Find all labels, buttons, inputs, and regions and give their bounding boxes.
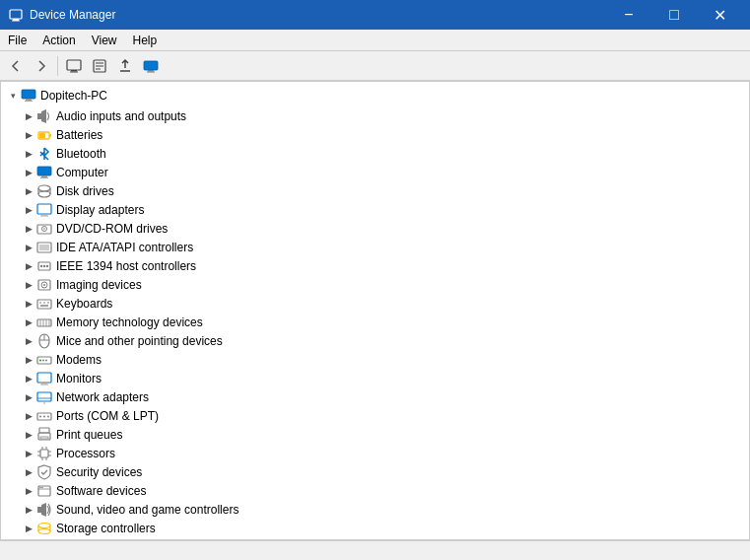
expand-arrow-4[interactable]: ▶	[21, 181, 36, 200]
tree-item[interactable]: ▶ DVD/CD-ROM drives	[1, 219, 749, 238]
minimize-button[interactable]: −	[606, 0, 651, 30]
svg-rect-71	[39, 428, 49, 433]
forward-button[interactable]	[30, 54, 53, 78]
tree-item[interactable]: ▶ Storage controllers	[1, 519, 749, 537]
svg-rect-30	[40, 215, 48, 216]
tree-item[interactable]: ▶ Memory technology devices	[1, 313, 749, 331]
menu-file[interactable]: File	[0, 30, 34, 50]
toolbar	[0, 51, 750, 81]
expand-arrow-19[interactable]: ▶	[21, 462, 36, 481]
window-title: Device Manager	[30, 8, 606, 22]
memory-icon	[36, 315, 52, 330]
app-icon	[8, 7, 24, 23]
expand-arrow-2[interactable]: ▶	[21, 144, 36, 163]
menu-bar: File Action View Help	[0, 30, 750, 51]
expand-arrow-3[interactable]: ▶	[21, 163, 36, 181]
expand-arrow-8[interactable]: ▶	[21, 256, 36, 275]
update-driver-button[interactable]	[113, 54, 137, 78]
device-manager-button[interactable]	[62, 54, 86, 78]
expand-arrow-13[interactable]: ▶	[21, 350, 36, 369]
monitor-icon	[36, 371, 52, 386]
item-label-7: IDE ATA/ATAPI controllers	[56, 241, 193, 254]
expand-arrow-7[interactable]: ▶	[21, 238, 36, 256]
tree-item[interactable]: ▶ Sound, video and game controllers	[1, 500, 749, 519]
tree-item[interactable]: ▶ Bluetooth	[1, 144, 749, 163]
tree-item[interactable]: ▶ Monitors	[1, 369, 749, 387]
ieee-icon	[36, 258, 52, 274]
expand-arrow-20[interactable]: ▶	[21, 481, 36, 500]
expand-arrow-17[interactable]: ▶	[21, 425, 36, 444]
item-label-19: Security devices	[56, 465, 142, 479]
tree-item[interactable]: ▶ Display adapters	[1, 200, 749, 219]
tree-item[interactable]: ▶ Mice and other pointing devices	[1, 331, 749, 350]
svg-point-59	[42, 359, 44, 361]
ports-icon	[36, 408, 52, 424]
tree-item[interactable]: ▶ Keyboards	[1, 294, 749, 313]
item-label-12: Mice and other pointing devices	[56, 334, 223, 348]
svg-rect-73	[40, 437, 48, 439]
expand-arrow-1[interactable]: ▶	[21, 125, 36, 144]
tree-view-container[interactable]: ▾ Dopitech-PC ▶ Audio inputs and outputs…	[0, 81, 750, 540]
item-label-5: Display adapters	[56, 203, 144, 217]
expand-arrow-5[interactable]: ▶	[21, 200, 36, 219]
expand-arrow-15[interactable]: ▶	[21, 387, 36, 406]
expand-arrow-22[interactable]: ▶	[21, 519, 36, 537]
menu-view[interactable]: View	[84, 30, 125, 50]
svg-rect-22	[41, 175, 47, 177]
menu-action[interactable]: Action	[34, 30, 83, 50]
computer-button[interactable]	[139, 54, 163, 78]
item-label-22: Storage controllers	[56, 522, 156, 535]
window-controls: − □ ✕	[606, 0, 742, 30]
svg-rect-14	[22, 90, 35, 99]
expand-arrow-18[interactable]: ▶	[21, 444, 36, 462]
computer-icon	[36, 165, 52, 180]
svg-rect-5	[70, 71, 78, 72]
expand-arrow-11[interactable]: ▶	[21, 313, 36, 331]
svg-rect-0	[10, 10, 22, 19]
expand-arrow-9[interactable]: ▶	[21, 275, 36, 294]
svg-point-86	[41, 486, 43, 488]
tree-item[interactable]: ▶ IDE ATA/ATAPI controllers	[1, 238, 749, 256]
expand-arrow-12[interactable]: ▶	[21, 331, 36, 350]
tree-item[interactable]: ▶ Computer	[1, 163, 749, 181]
item-label-14: Monitors	[56, 372, 102, 385]
tree-items: ▶ Audio inputs and outputs ▶ Batteries ▶…	[1, 106, 749, 540]
expand-arrow-21[interactable]: ▶	[21, 500, 36, 519]
svg-point-44	[43, 284, 45, 286]
tree-item[interactable]: ▶ Print queues	[1, 425, 749, 444]
tree-item[interactable]: ▶ Modems	[1, 350, 749, 369]
menu-help[interactable]: Help	[125, 30, 166, 50]
maximize-button[interactable]: □	[651, 0, 697, 30]
expand-arrow-6[interactable]: ▶	[21, 219, 36, 238]
close-button[interactable]: ✕	[697, 0, 742, 30]
security-icon	[36, 464, 52, 480]
root-expand-arrow[interactable]: ▾	[5, 86, 21, 105]
svg-point-69	[43, 415, 45, 417]
tree-item[interactable]: ▶ Ports (COM & LPT)	[1, 406, 749, 425]
modem-icon	[36, 352, 52, 368]
svg-rect-63	[40, 384, 48, 385]
tree-item[interactable]: ▶ Network adapters	[1, 387, 749, 406]
properties-button[interactable]	[88, 54, 111, 78]
expand-arrow-0[interactable]: ▶	[21, 106, 36, 125]
print-icon	[36, 427, 52, 443]
tree-item[interactable]: ▶ Disk drives	[1, 181, 749, 200]
tree-item[interactable]: ▶ Batteries	[1, 125, 749, 144]
tree-item[interactable]: ▶ Audio inputs and outputs	[1, 106, 749, 125]
expand-arrow-10[interactable]: ▶	[21, 294, 36, 313]
tree-item[interactable]: ▶ Security devices	[1, 462, 749, 481]
expand-arrow-14[interactable]: ▶	[21, 369, 36, 387]
keyboard-icon	[36, 296, 52, 312]
tree-root-item[interactable]: ▾ Dopitech-PC	[1, 84, 749, 106]
back-button[interactable]	[4, 54, 28, 78]
svg-rect-13	[147, 71, 155, 72]
svg-rect-2	[12, 21, 20, 22]
expand-arrow-16[interactable]: ▶	[21, 406, 36, 425]
svg-rect-21	[37, 167, 51, 175]
tree-item[interactable]: ▶ Software devices	[1, 481, 749, 500]
tree-item[interactable]: ▶ Processors	[1, 444, 749, 462]
tree-item[interactable]: ▶ Imaging devices	[1, 275, 749, 294]
item-label-20: Software devices	[56, 484, 146, 498]
item-label-11: Memory technology devices	[56, 315, 203, 329]
tree-item[interactable]: ▶ IEEE 1394 host controllers	[1, 256, 749, 275]
